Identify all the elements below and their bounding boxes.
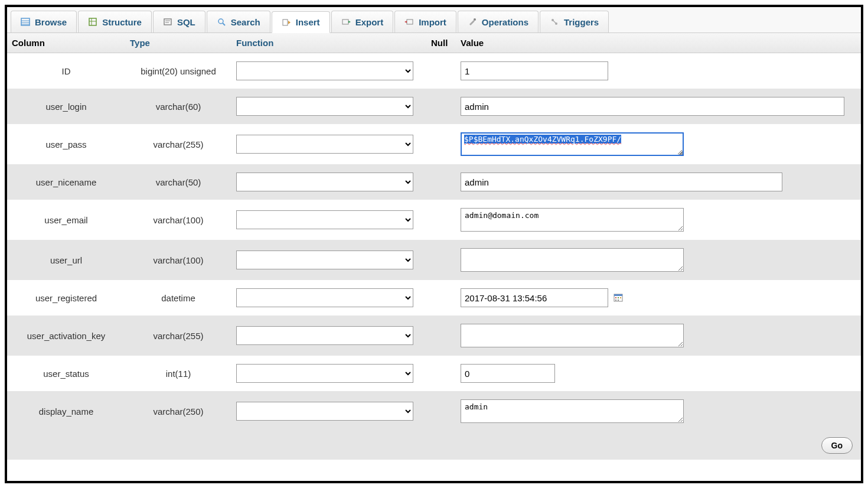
value-input[interactable] [461, 324, 684, 347]
tab-sql[interactable]: SQL [153, 11, 205, 32]
column-type: int(11) [125, 369, 231, 379]
tab-label: Import [419, 17, 446, 27]
value-input[interactable]: $P$BEmHdTX.anQxZOv4ZVWRq1.FoZX9PF/ [461, 132, 684, 156]
column-value [456, 324, 861, 347]
go-button[interactable]: Go [821, 437, 853, 454]
function-select[interactable] [236, 250, 413, 269]
table-row: user_urlvarchar(100) [7, 240, 861, 280]
tab-triggers[interactable]: Triggers [540, 11, 609, 32]
tab-browse[interactable]: Browse [11, 11, 77, 32]
value-input[interactable] [461, 364, 555, 383]
column-value [456, 173, 861, 191]
table-row: display_namevarchar(250) [7, 391, 861, 431]
tab-structure[interactable]: Structure [78, 11, 152, 32]
column-function [231, 210, 426, 229]
table-row: user_passvarchar(255)$P$BEmHdTX.anQxZOv4… [7, 124, 861, 164]
value-input[interactable] [461, 399, 684, 423]
function-select[interactable] [236, 364, 413, 383]
column-type: varchar(50) [125, 177, 231, 187]
insert-icon [282, 18, 291, 27]
column-type: varchar(255) [125, 139, 231, 149]
column-name: user_registered [7, 293, 125, 303]
svg-rect-21 [615, 297, 616, 298]
svg-rect-24 [615, 300, 616, 301]
header-function[interactable]: Function [231, 35, 426, 50]
function-select[interactable] [236, 61, 413, 80]
function-select[interactable] [236, 402, 413, 421]
value-input[interactable] [461, 288, 608, 307]
table-row: user_statusint(11) [7, 356, 861, 391]
tab-operations[interactable]: Operations [458, 11, 539, 32]
svg-point-15 [474, 18, 476, 21]
table-row: user_nicenamevarchar(50) [7, 164, 861, 200]
column-name: user_status [7, 369, 125, 379]
svg-point-10 [218, 19, 223, 24]
column-value [456, 364, 861, 383]
svg-rect-7 [164, 19, 171, 25]
value-input[interactable] [461, 248, 684, 272]
tab-label: SQL [177, 17, 195, 27]
tab-label: Insert [296, 17, 320, 27]
search-icon [217, 17, 226, 27]
calendar-icon[interactable] [613, 292, 624, 303]
browse-icon [21, 17, 30, 27]
column-value [456, 97, 861, 116]
tab-label: Search [231, 17, 260, 27]
svg-rect-14 [407, 19, 413, 24]
column-function [231, 402, 426, 421]
value-input[interactable] [461, 61, 608, 80]
function-select[interactable] [236, 210, 413, 229]
function-select[interactable] [236, 173, 413, 191]
tab-label: Export [355, 17, 384, 27]
app-frame: Browse Structure SQL Search Insert [5, 5, 863, 483]
column-type: varchar(100) [125, 215, 231, 225]
structure-icon [88, 17, 97, 27]
function-select[interactable] [236, 97, 413, 116]
sql-icon [163, 17, 172, 27]
value-input[interactable] [461, 173, 782, 191]
column-name: user_login [7, 102, 125, 112]
value-input[interactable] [461, 97, 844, 116]
column-name: user_email [7, 215, 125, 225]
column-function [231, 173, 426, 191]
column-function [231, 135, 426, 154]
svg-rect-4 [89, 18, 96, 25]
table-row: user_activation_keyvarchar(255) [7, 315, 861, 356]
column-name: user_url [7, 255, 125, 265]
svg-rect-22 [618, 297, 619, 298]
column-function [231, 288, 426, 307]
column-name: ID [7, 66, 125, 76]
svg-rect-23 [620, 297, 621, 298]
tab-import[interactable]: Import [394, 11, 456, 32]
function-select[interactable] [236, 135, 413, 154]
column-value [456, 248, 861, 272]
function-select[interactable] [236, 326, 413, 345]
header-null: Null [426, 35, 456, 50]
table-body: IDbigint(20) unsigneduser_loginvarchar(6… [7, 53, 861, 431]
svg-rect-25 [618, 300, 619, 301]
column-name: user_pass [7, 139, 125, 149]
tab-export[interactable]: Export [331, 11, 394, 32]
tab-label: Operations [482, 17, 528, 27]
column-function [231, 364, 426, 383]
svg-line-11 [223, 23, 225, 25]
table-row: user_emailvarchar(100) [7, 200, 861, 240]
import-icon [404, 17, 414, 27]
column-function [231, 326, 426, 345]
operations-icon [468, 17, 477, 27]
header-type[interactable]: Type [125, 35, 231, 50]
svg-rect-20 [614, 294, 622, 296]
svg-rect-13 [342, 19, 348, 24]
column-type: varchar(250) [125, 406, 231, 417]
triggers-icon [550, 17, 559, 27]
table-row: IDbigint(20) unsigned [7, 53, 861, 89]
tab-search[interactable]: Search [207, 11, 270, 32]
tab-insert[interactable]: Insert [272, 11, 330, 33]
form-footer: Go [7, 431, 861, 460]
value-input[interactable] [461, 208, 684, 232]
column-name: user_nicename [7, 177, 125, 187]
column-value [456, 288, 861, 307]
svg-rect-12 [283, 19, 288, 25]
svg-line-18 [553, 21, 556, 23]
function-select[interactable] [236, 288, 413, 307]
